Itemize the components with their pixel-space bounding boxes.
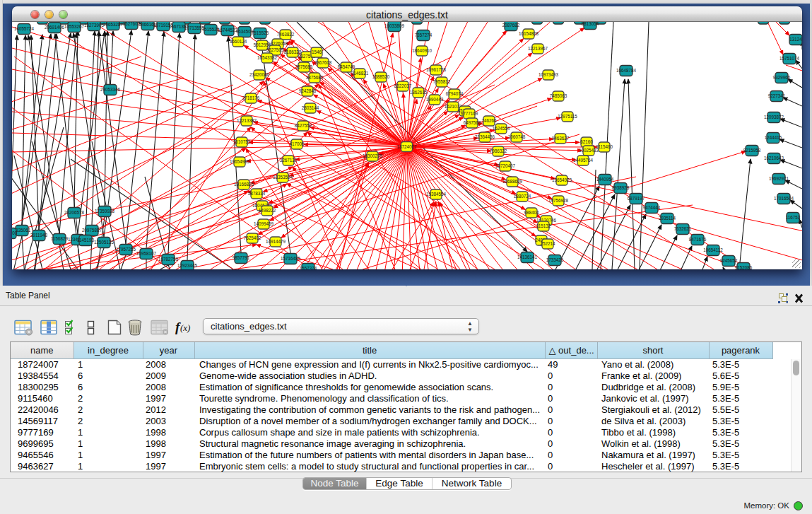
svg-text:16744523: 16744523 [218, 28, 238, 33]
svg-text:18300275: 18300275 [363, 153, 383, 158]
svg-text:1498222: 1498222 [259, 208, 276, 213]
svg-text:9146821: 9146821 [351, 71, 369, 76]
svg-text:9115460: 9115460 [596, 144, 613, 149]
svg-text:19654923: 19654923 [552, 177, 572, 182]
svg-text:988404: 988404 [524, 210, 539, 215]
svg-text:1244415: 1244415 [765, 135, 782, 140]
svg-text:16154808: 16154808 [519, 31, 539, 36]
svg-text:9152086: 9152086 [735, 265, 753, 269]
svg-text:7986322: 7986322 [490, 148, 507, 153]
svg-text:1880724: 1880724 [514, 194, 531, 199]
svg-text:16961758: 16961758 [426, 67, 447, 72]
svg-text:3660124: 3660124 [230, 39, 247, 44]
svg-text:1440954: 1440954 [596, 177, 614, 182]
svg-text:2803144: 2803144 [302, 105, 319, 110]
svg-text:16033809: 16033809 [384, 23, 405, 28]
svg-text:7463822: 7463822 [277, 32, 295, 37]
svg-text:2087682: 2087682 [502, 23, 520, 28]
svg-text:16648784: 16648784 [616, 68, 637, 73]
svg-text:7515525: 7515525 [252, 30, 269, 35]
svg-text:12093872: 12093872 [764, 115, 784, 119]
svg-text:19384554: 19384554 [426, 192, 447, 197]
svg-text:1990443: 1990443 [426, 97, 444, 102]
svg-text:20206578: 20206578 [64, 210, 85, 215]
svg-text:3911948: 3911948 [30, 233, 48, 238]
svg-text:12213967: 12213967 [528, 46, 548, 51]
svg-text:1145193: 1145193 [77, 238, 95, 243]
svg-text:8471676: 8471676 [689, 237, 707, 242]
svg-text:7357274: 7357274 [415, 33, 433, 37]
svg-text:6794074: 6794074 [446, 91, 464, 96]
svg-text:6497568: 6497568 [464, 120, 481, 125]
svg-text:12505135: 12505135 [94, 240, 114, 245]
svg-text:20691406: 20691406 [45, 25, 65, 30]
svg-text:8322037: 8322037 [394, 83, 412, 88]
svg-text:17016504: 17016504 [774, 196, 794, 201]
svg-text:19692971: 19692971 [769, 176, 789, 181]
svg-text:2935114: 2935114 [659, 216, 676, 221]
svg-text:10654112: 10654112 [703, 247, 723, 252]
svg-text:1546: 1546 [312, 49, 322, 54]
svg-text:12923445: 12923445 [177, 263, 198, 268]
svg-text:2718176: 2718176 [242, 95, 260, 100]
svg-text:19166825: 19166825 [234, 182, 254, 187]
svg-text:15720407: 15720407 [495, 163, 516, 168]
svg-text:5878334: 5878334 [248, 191, 266, 196]
svg-text:18724007: 18724007 [396, 144, 417, 149]
svg-text:116753: 116753 [786, 215, 801, 220]
svg-text:19654985: 19654985 [230, 159, 250, 164]
svg-text:3267130: 3267130 [280, 158, 298, 163]
svg-text:9227341: 9227341 [768, 93, 786, 98]
svg-text:12213382: 12213382 [237, 118, 257, 123]
svg-text:9474444: 9474444 [643, 205, 661, 210]
svg-text:15716485: 15716485 [281, 256, 301, 261]
svg-text:7955812: 7955812 [433, 79, 451, 84]
svg-text:14136141: 14136141 [517, 255, 538, 259]
svg-text:1624554: 1624554 [493, 126, 510, 131]
svg-text:252214: 252214 [540, 241, 555, 246]
svg-text:981100: 981100 [12, 230, 18, 235]
svg-text:746266: 746266 [481, 118, 497, 123]
svg-text:7485063: 7485063 [550, 93, 567, 98]
svg-text:14055724: 14055724 [14, 26, 35, 31]
svg-text:7632621: 7632621 [674, 226, 692, 231]
svg-text:21364436: 21364436 [475, 134, 495, 139]
svg-text:19756928: 19756928 [548, 198, 569, 203]
svg-text:1362615: 1362615 [410, 90, 428, 95]
svg-text:9245652: 9245652 [720, 258, 738, 263]
svg-text:10653287: 10653287 [103, 22, 124, 27]
svg-text:8215958: 8215958 [743, 148, 761, 153]
svg-text:9327509: 9327509 [266, 47, 284, 52]
svg-text:14495764: 14495764 [573, 158, 594, 163]
svg-text:17359928: 17359928 [95, 209, 115, 214]
svg-text:115132: 115132 [536, 223, 551, 228]
svg-text:1527602: 1527602 [123, 22, 141, 26]
svg-text:14099459: 14099459 [254, 221, 274, 226]
svg-text:10958107: 10958107 [136, 251, 157, 256]
svg-text:1156829: 1156829 [51, 236, 69, 241]
svg-text:(x): (x) [180, 322, 190, 333]
svg-text:62160: 62160 [580, 139, 593, 144]
svg-text:10553267: 10553267 [64, 24, 85, 29]
svg-text:1610755: 1610755 [233, 139, 251, 144]
svg-text:9463627: 9463627 [552, 136, 570, 141]
svg-text:20975887: 20975887 [82, 228, 102, 233]
svg-text:18273905: 18273905 [84, 23, 105, 28]
svg-text:17957255: 17957255 [116, 247, 136, 252]
svg-text:9777169: 9777169 [461, 111, 478, 116]
svg-text:3875685: 3875685 [306, 75, 324, 80]
svg-text:16543382: 16543382 [257, 55, 278, 60]
svg-text:417006: 417006 [289, 141, 305, 146]
svg-text:23420046: 23420046 [249, 72, 270, 77]
svg-text:6879197: 6879197 [628, 196, 645, 201]
svg-text:8813054: 8813054 [582, 22, 599, 26]
svg-text:18640910: 18640910 [412, 48, 433, 53]
svg-text:1060748: 1060748 [508, 134, 526, 139]
svg-text:16210643: 16210643 [764, 156, 784, 160]
svg-text:29053346: 29053346 [100, 87, 121, 92]
svg-text:1733426: 1733426 [546, 257, 564, 262]
svg-text:15751074: 15751074 [779, 56, 800, 61]
svg-text:2367608: 2367608 [314, 60, 332, 65]
svg-text:7625402: 7625402 [244, 235, 261, 240]
svg-text:13124: 13124 [789, 37, 802, 42]
